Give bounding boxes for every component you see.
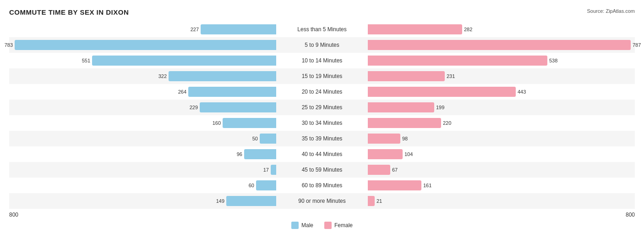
left-section: 229: [9, 100, 276, 115]
male-bar: [188, 87, 276, 97]
right-section: 538: [368, 53, 635, 68]
bar-row: 32215 to 19 Minutes231: [9, 68, 635, 84]
female-value-label: 199: [436, 105, 444, 110]
female-value-label: 282: [464, 27, 472, 32]
row-label: Less than 5 Minutes: [276, 26, 368, 33]
right-section: 787: [368, 37, 635, 53]
right-section: 231: [368, 68, 635, 84]
left-section: 50: [9, 131, 276, 146]
female-bar: [368, 118, 441, 128]
row-label: 10 to 14 Minutes: [276, 57, 368, 64]
male-bar: [15, 40, 276, 50]
chart-container: COMMUTE TIME BY SEX IN DIXON Source: Zip…: [0, 0, 644, 240]
female-value-label: 104: [404, 151, 413, 157]
axis-labels: 800 800: [9, 212, 635, 218]
female-bar: [368, 102, 434, 112]
right-section: 21: [368, 193, 635, 209]
row-label: 35 to 39 Minutes: [276, 135, 368, 142]
row-label: 20 to 24 Minutes: [276, 89, 368, 95]
male-bar: [200, 102, 276, 112]
bar-row: 16030 to 34 Minutes220: [9, 115, 635, 131]
chart-source: Source: ZipAtlas.com: [587, 8, 635, 14]
row-label: 45 to 59 Minutes: [276, 167, 368, 173]
male-bar: [92, 56, 276, 66]
male-bar: [201, 24, 276, 34]
male-bar: [244, 149, 276, 159]
female-bar: [368, 196, 375, 206]
row-label: 60 to 89 Minutes: [276, 182, 368, 189]
left-section: 322: [9, 68, 276, 84]
female-bar: [368, 71, 445, 81]
chart-header: COMMUTE TIME BY SEX IN DIXON Source: Zip…: [9, 8, 635, 16]
bar-row: 14990 or more Minutes21: [9, 193, 635, 209]
female-bar: [368, 165, 390, 175]
left-section: 160: [9, 115, 276, 131]
male-value-label: 322: [158, 73, 167, 79]
female-bar: [368, 134, 400, 144]
legend-female-label: Female: [334, 222, 353, 229]
legend-female: Female: [324, 222, 353, 229]
male-bar: [256, 180, 276, 190]
bar-row: 26420 to 24 Minutes443: [9, 84, 635, 100]
axis-right: 800: [626, 212, 635, 218]
legend-female-box: [324, 222, 332, 229]
left-section: 149: [9, 193, 276, 209]
female-bar: [368, 24, 462, 34]
left-section: 17: [9, 162, 276, 178]
row-label: 25 to 29 Minutes: [276, 104, 368, 111]
female-value-label: 231: [447, 73, 455, 79]
right-section: 282: [368, 22, 635, 37]
female-value-label: 787: [633, 42, 641, 48]
row-label: 40 to 44 Minutes: [276, 151, 368, 157]
legend-male: Male: [291, 222, 313, 229]
row-label: 30 to 34 Minutes: [276, 120, 368, 126]
male-value-label: 60: [249, 183, 254, 188]
female-bar: [368, 56, 547, 66]
bar-row: 5035 to 39 Minutes98: [9, 131, 635, 146]
bar-row: 7835 to 9 Minutes787: [9, 37, 635, 53]
legend-male-box: [291, 222, 299, 229]
male-value-label: 551: [82, 58, 90, 63]
bar-row: 55110 to 14 Minutes538: [9, 53, 635, 68]
male-bar: [169, 71, 276, 81]
right-section: 104: [368, 146, 635, 162]
left-section: 227: [9, 22, 276, 37]
chart-title: COMMUTE TIME BY SEX IN DIXON: [9, 8, 129, 16]
axis-left: 800: [9, 212, 18, 218]
left-section: 264: [9, 84, 276, 100]
female-bar: [368, 87, 516, 97]
right-section: 220: [368, 115, 635, 131]
male-bar: [271, 165, 276, 175]
right-section: 443: [368, 84, 635, 100]
male-value-label: 264: [178, 89, 186, 95]
row-label: 5 to 9 Minutes: [276, 42, 368, 48]
row-label: 90 or more Minutes: [276, 198, 368, 204]
female-value-label: 161: [423, 183, 431, 188]
bar-row: 6060 to 89 Minutes161: [9, 178, 635, 193]
male-value-label: 229: [190, 105, 198, 110]
right-section: 161: [368, 178, 635, 193]
right-section: 199: [368, 100, 635, 115]
female-value-label: 67: [392, 167, 398, 173]
left-section: 96: [9, 146, 276, 162]
male-value-label: 160: [213, 120, 221, 126]
left-section: 783: [9, 37, 276, 53]
male-value-label: 96: [237, 151, 242, 157]
left-section: 60: [9, 178, 276, 193]
female-bar: [368, 149, 403, 159]
male-bar: [260, 134, 276, 144]
female-value-label: 443: [518, 89, 526, 95]
right-section: 67: [368, 162, 635, 178]
bar-row: 227Less than 5 Minutes282: [9, 22, 635, 37]
male-value-label: 783: [5, 42, 13, 48]
legend-male-label: Male: [301, 222, 313, 229]
male-bar: [226, 196, 276, 206]
female-value-label: 538: [549, 58, 557, 63]
female-value-label: 220: [443, 120, 451, 126]
female-bar: [368, 180, 421, 190]
left-section: 551: [9, 53, 276, 68]
male-bar: [223, 118, 276, 128]
female-value-label: 98: [402, 136, 408, 141]
bars-wrapper: 227Less than 5 Minutes2827835 to 9 Minut…: [9, 22, 635, 209]
male-value-label: 227: [191, 27, 199, 32]
